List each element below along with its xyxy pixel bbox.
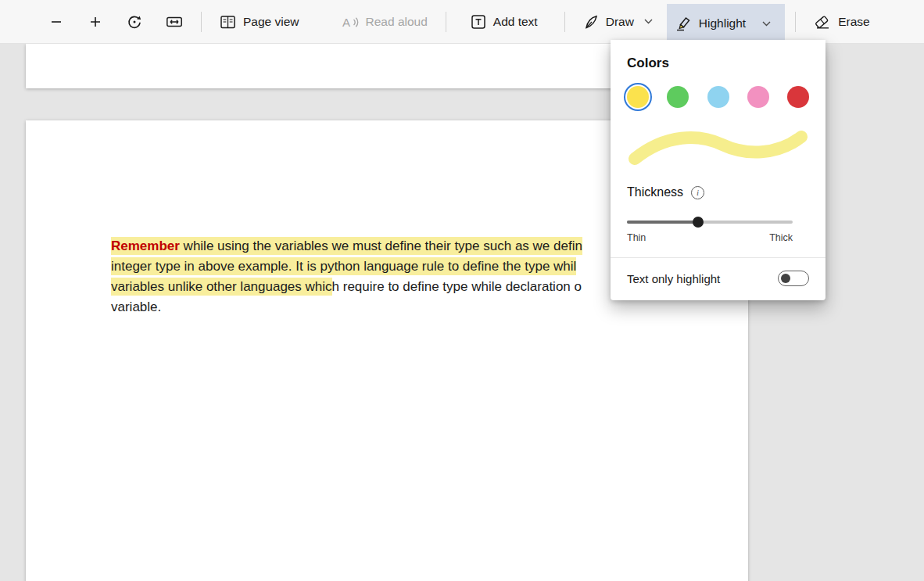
thickness-slider[interactable] <box>627 217 793 228</box>
thickness-slider-handle[interactable] <box>693 217 704 228</box>
highlighted-text: while using the variables we must define… <box>180 237 582 255</box>
add-text-icon <box>471 14 486 30</box>
plain-text: h require to define type while declarati… <box>332 279 582 294</box>
colors-heading: Colors <box>627 56 809 71</box>
page-view-icon <box>220 14 236 30</box>
minus-icon <box>49 15 63 29</box>
text-only-highlight-label: Text only highlight <box>627 272 720 285</box>
pdf-toolbar: Page view A Read aloud Add text Draw <box>0 0 924 44</box>
color-swatch-light-blue[interactable] <box>707 86 729 108</box>
add-text-button[interactable]: Add text <box>463 6 546 38</box>
thickness-slider-fill <box>627 221 698 224</box>
toolbar-separator <box>795 12 796 32</box>
info-icon[interactable]: i <box>691 186 704 199</box>
toolbar-separator <box>564 12 565 32</box>
rotate-button[interactable] <box>119 6 150 38</box>
zoom-out-button[interactable] <box>41 6 72 38</box>
highlighted-text: variables unlike other languages whic <box>111 278 332 296</box>
toolbar-separator <box>446 12 446 32</box>
eraser-icon <box>814 14 831 30</box>
highlight-icon <box>675 15 692 32</box>
document-line: integer type in above example. It is pyt… <box>111 256 658 277</box>
draw-pen-icon <box>583 14 599 30</box>
highlighted-text: integer type in above example. It is pyt… <box>111 257 576 275</box>
text-only-highlight-row: Text only highlight <box>627 258 809 300</box>
document-line: variables unlike other languages which r… <box>111 277 658 297</box>
plain-text: variable. <box>111 299 161 314</box>
highlighted-lead-word: Remember <box>111 237 180 255</box>
color-swatch-pink[interactable] <box>747 86 769 108</box>
read-aloud-icon: A <box>342 14 359 30</box>
color-swatch-yellow[interactable] <box>627 86 649 108</box>
highlight-options-panel: Colors Thickness i Thin Thick Text only … <box>611 40 826 300</box>
draw-button[interactable]: Draw <box>575 6 661 38</box>
draw-chevron-down-icon[interactable] <box>644 19 653 24</box>
toolbar-separator <box>201 12 202 32</box>
thickness-label: Thickness <box>627 185 683 199</box>
highlight-label: Highlight <box>699 16 746 30</box>
document-line: Remember while using the variables we mu… <box>111 236 658 256</box>
erase-button[interactable]: Erase <box>806 6 878 38</box>
toggle-knob <box>781 274 790 283</box>
text-only-toggle[interactable] <box>778 271 809 286</box>
svg-text:A: A <box>342 15 350 28</box>
document-paragraph: Remember while using the variables we mu… <box>111 236 658 317</box>
rotate-icon <box>127 14 142 30</box>
read-aloud-button[interactable]: A Read aloud <box>334 6 435 38</box>
page-view-label: Page view <box>243 15 299 29</box>
document-line: variable. <box>111 297 658 317</box>
slider-end-labels: Thin Thick <box>627 232 793 243</box>
thickness-row: Thickness i <box>627 185 809 199</box>
stroke-preview-path <box>635 137 801 159</box>
zoom-in-button[interactable] <box>80 6 111 38</box>
add-text-label: Add text <box>493 15 538 29</box>
slider-min-label: Thin <box>627 232 646 243</box>
color-swatch-green[interactable] <box>667 86 689 108</box>
draw-label: Draw <box>606 15 634 29</box>
plus-icon <box>88 15 102 29</box>
erase-label: Erase <box>838 15 870 29</box>
slider-max-label: Thick <box>769 232 793 243</box>
page-view-button[interactable]: Page view <box>212 6 307 38</box>
highlight-chevron-down-icon <box>762 21 771 27</box>
color-swatch-row <box>627 86 809 108</box>
highlight-button[interactable]: Highlight <box>667 4 754 43</box>
stroke-preview <box>627 127 809 168</box>
fit-to-width-button[interactable] <box>158 6 191 38</box>
color-swatch-red[interactable] <box>787 86 809 108</box>
highlight-options-chevron-button[interactable] <box>754 4 785 43</box>
fit-to-width-icon <box>166 14 183 30</box>
read-aloud-label: Read aloud <box>366 15 428 29</box>
